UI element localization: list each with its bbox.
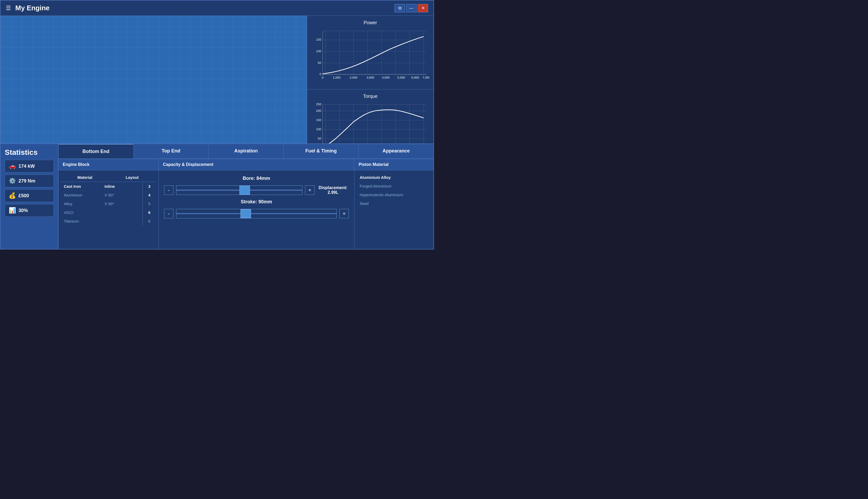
material-alloy[interactable]: Alloy — [61, 199, 102, 208]
bore-slider-track — [176, 190, 302, 191]
stat-torque: ⚙️ 279 Nm — [5, 174, 54, 187]
app-window: ☰ My Engine ⧉ — ✕ Power — [0, 0, 434, 250]
title-bar: ☰ My Engine ⧉ — ✕ — [1, 1, 433, 16]
svg-text:0: 0 — [322, 76, 323, 79]
engine-block-header: Engine Block — [59, 159, 159, 170]
stroke-slider-track — [176, 213, 336, 214]
piston-aluminium-alloy[interactable]: Aluminium Alloy — [357, 173, 431, 182]
bore-stroke-area: Bore: 84mm - + Displaceme — [161, 173, 351, 221]
layout-v60[interactable]: V 60° — [102, 191, 143, 199]
svg-text:50: 50 — [318, 61, 321, 64]
title-bar-buttons: ⧉ — ✕ — [395, 4, 428, 12]
capacity-header: Capacity & Displacement — [159, 159, 354, 170]
svg-text:0: 0 — [320, 72, 321, 76]
engine-block-cols: Cast Iron Aluminium Alloy VGCI Titanium … — [61, 182, 156, 226]
torque-chart-container: Torque — [307, 89, 433, 144]
power-chart-svg: 0 50 100 150 0 1,000 2,000 3,000 4,000 5… — [311, 28, 429, 85]
charts-panel: Power — [307, 16, 433, 144]
stroke-minus-button[interactable]: - — [164, 209, 173, 218]
window-title: My Engine — [15, 4, 50, 12]
stroke-row: - + — [164, 209, 349, 218]
power-chart-container: Power — [307, 16, 433, 89]
svg-text:4,000: 4,000 — [382, 76, 390, 79]
bore-minus-button[interactable]: - — [164, 185, 173, 195]
cyl-4[interactable]: 4 — [143, 191, 156, 199]
displacement-value: 2.99L — [328, 190, 338, 195]
bore-slider[interactable] — [176, 185, 302, 195]
svg-text:100: 100 — [316, 127, 321, 131]
cyl-3[interactable]: 3 — [143, 182, 156, 191]
bore-slider-thumb[interactable] — [239, 186, 250, 195]
tabs-row: Bottom End Top End Aspiration Fuel & Tim… — [59, 144, 433, 159]
svg-text:7,000: 7,000 — [423, 76, 429, 79]
material-titanium[interactable]: Titanium — [61, 217, 102, 226]
stat-cost-value: £500 — [18, 193, 29, 198]
stroke-slider[interactable] — [176, 209, 337, 218]
stroke-label: Stroke: 90mm — [164, 199, 349, 205]
material-layout-headers: Material Layout — [61, 173, 156, 182]
svg-text:2,000: 2,000 — [350, 76, 358, 79]
power-chart-title: Power — [311, 20, 429, 26]
cyl-8[interactable]: 8 — [143, 217, 156, 226]
close-button[interactable]: ✕ — [418, 4, 428, 12]
capacity-body: Bore: 84mm - + Displaceme — [159, 170, 354, 249]
svg-text:3,000: 3,000 — [367, 76, 374, 79]
material-vgci[interactable]: VGCI — [61, 208, 102, 217]
tab-top-end[interactable]: Top End — [134, 144, 209, 159]
cyl-5[interactable]: 5 — [143, 199, 156, 208]
svg-text:150: 150 — [316, 118, 321, 122]
piston-hypereutectic[interactable]: Hypereutectic Aluminium — [357, 191, 431, 199]
svg-text:150: 150 — [316, 38, 321, 41]
piston-body: Aluminium Alloy Forged Aluminium Hypereu… — [355, 170, 433, 249]
statistics-sidebar: Statistics 🚗 174 kW ⚙️ 279 Nm 💰 £500 📊 3… — [1, 144, 59, 249]
statistics-title: Statistics — [5, 148, 54, 157]
torque-chart-svg: 0 50 100 150 200 250 0 1,000 2,000 3,000… — [311, 101, 429, 144]
layout-inline[interactable]: Inline — [102, 182, 143, 191]
stroke-plus-button[interactable]: + — [339, 209, 349, 218]
stat-cost: 💰 £500 — [5, 190, 54, 202]
svg-text:250: 250 — [316, 102, 321, 106]
material-aluminium[interactable]: Aluminium — [61, 191, 102, 199]
torque-chart-title: Torque — [311, 94, 429, 99]
svg-text:50: 50 — [318, 137, 321, 140]
bore-row: - + Displacement: 2.99L — [164, 185, 349, 195]
hamburger-icon[interactable]: ☰ — [6, 5, 11, 12]
piston-forged-aluminium[interactable]: Forged Aluminium — [357, 182, 431, 191]
tab-fuel-timing[interactable]: Fuel & Timing — [284, 144, 359, 159]
bottom-panel: Statistics 🚗 174 kW ⚙️ 279 Nm 💰 £500 📊 3… — [1, 144, 433, 249]
piston-steel[interactable]: Steel — [357, 199, 431, 208]
config-content: Engine Block Material Layout Cast Iron A… — [59, 159, 433, 249]
bore-label: Bore: 84mm — [164, 176, 349, 181]
tab-aspiration[interactable]: Aspiration — [209, 144, 284, 159]
cylinders-col: 3 4 5 6 8 — [142, 182, 156, 226]
bore-plus-button[interactable]: + — [305, 185, 314, 195]
material-cast-iron[interactable]: Cast Iron — [61, 182, 102, 191]
tab-bottom-end[interactable]: Bottom End — [59, 144, 134, 159]
stat-torque-value: 279 Nm — [18, 178, 35, 184]
svg-text:100: 100 — [316, 49, 321, 53]
stroke-slider-thumb[interactable] — [240, 209, 251, 218]
restore-button[interactable]: ⧉ — [395, 4, 405, 12]
material-col: Cast Iron Aluminium Alloy VGCI Titanium — [61, 182, 102, 226]
layout-v90[interactable]: V 90° — [102, 199, 143, 208]
engine-block-section: Engine Block Material Layout Cast Iron A… — [59, 159, 159, 249]
power-icon: 🚗 — [9, 163, 16, 170]
displacement-label: Displacement: — [319, 185, 347, 190]
title-bar-left: ☰ My Engine — [6, 4, 395, 12]
svg-text:1,000: 1,000 — [333, 76, 341, 79]
stat-power-value: 174 kW — [18, 163, 35, 169]
capacity-section: Capacity & Displacement Bore: 84mm - — [159, 159, 355, 249]
main-content: Power — [1, 16, 433, 144]
svg-text:200: 200 — [316, 109, 321, 112]
efficiency-icon: 📊 — [9, 207, 16, 214]
tab-appearance[interactable]: Appearance — [359, 144, 433, 159]
material-col-header: Material — [61, 173, 109, 182]
layout-col: Inline V 60° V 90° — [102, 182, 143, 226]
stat-efficiency-value: 30% — [18, 208, 28, 214]
piston-header: Piston Material — [355, 159, 433, 170]
cyl-6[interactable]: 6 — [143, 208, 156, 217]
minimize-button[interactable]: — — [406, 4, 417, 12]
stat-efficiency: 📊 30% — [5, 204, 54, 217]
blueprint-area — [1, 16, 307, 144]
piston-section: Piston Material Aluminium Alloy Forged A… — [355, 159, 433, 249]
